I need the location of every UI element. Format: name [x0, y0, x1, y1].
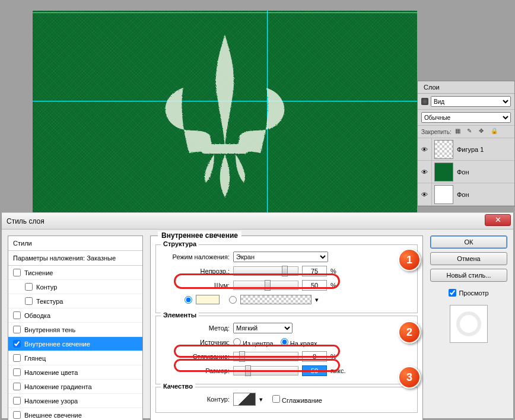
- lock-transparent-icon[interactable]: ▦: [455, 128, 463, 136]
- preview-thumbnail: [450, 305, 488, 343]
- opacity-slider[interactable]: [233, 266, 298, 276]
- dialog-buttons: ОК Отмена Новый стиль... Просмотр: [430, 236, 507, 420]
- layers-tab[interactable]: Слои: [418, 81, 514, 94]
- svg-point-1: [458, 313, 479, 335]
- source-center-radio[interactable]: [233, 338, 241, 346]
- close-button[interactable]: ✕: [485, 214, 511, 226]
- dialog-title: Стиль слоя: [7, 217, 44, 225]
- style-label: Внешнее свечение: [24, 412, 82, 419]
- style-label: Глянец: [24, 355, 46, 362]
- technique-select[interactable]: Мягкий: [233, 323, 293, 333]
- layer-thumbnail[interactable]: [434, 185, 453, 204]
- style-label: Тиснение: [24, 269, 53, 276]
- style-checkbox[interactable]: [13, 411, 21, 419]
- chevron-down-icon[interactable]: ▾: [259, 396, 263, 403]
- style-checkbox[interactable]: [13, 340, 21, 348]
- blend-mode-select[interactable]: Обычные: [421, 112, 511, 123]
- styles-header[interactable]: Стили: [8, 236, 142, 251]
- style-checkbox[interactable]: [25, 297, 33, 305]
- visibility-eye-icon[interactable]: 👁: [418, 183, 432, 205]
- opacity-input[interactable]: [302, 266, 327, 276]
- chevron-down-icon[interactable]: ▾: [315, 296, 319, 304]
- style-label: Наложение градиента: [24, 383, 92, 390]
- style-checkbox[interactable]: [13, 311, 21, 319]
- lock-row: Закрепить: ▦ ✎ ✥ 🔒: [418, 126, 514, 138]
- blend-mode-select[interactable]: Экран: [233, 252, 328, 262]
- new-style-button[interactable]: Новый стиль...: [430, 269, 507, 282]
- style-label: Обводка: [24, 312, 50, 319]
- style-label: Внутренняя тень: [24, 326, 75, 333]
- visibility-eye-icon[interactable]: 👁: [418, 161, 432, 183]
- filter-icon[interactable]: [421, 98, 428, 105]
- choke-slider[interactable]: [233, 352, 298, 361]
- style-row[interactable]: Тиснение: [8, 266, 142, 280]
- style-checkbox[interactable]: [13, 368, 21, 376]
- color-swatch[interactable]: [196, 295, 220, 304]
- preview-checkbox[interactable]: [449, 289, 456, 297]
- layer-name[interactable]: Фигура 1: [456, 146, 484, 153]
- svg-rect-0: [201, 144, 249, 154]
- style-row[interactable]: Наложение цвета: [8, 365, 142, 380]
- size-input[interactable]: [302, 365, 327, 376]
- style-label: Наложение узора: [24, 397, 78, 405]
- cancel-button[interactable]: Отмена: [430, 252, 507, 265]
- style-label: Наложение цвета: [24, 369, 78, 376]
- style-row[interactable]: Текстура: [8, 294, 142, 308]
- ok-button[interactable]: ОК: [430, 236, 507, 249]
- source-edge-radio[interactable]: [281, 338, 288, 346]
- style-row[interactable]: Наложение градиента: [8, 380, 142, 394]
- gradient-swatch[interactable]: [240, 295, 311, 304]
- choke-input[interactable]: [302, 351, 327, 362]
- style-row[interactable]: Внутренняя тень: [8, 323, 142, 337]
- style-row[interactable]: Глянец: [8, 351, 142, 365]
- style-label: Текстура: [36, 298, 63, 305]
- guide-horizontal[interactable]: [33, 12, 417, 13]
- quality-fieldset: Качество Контур: ▾ Сглаживание: [155, 387, 418, 413]
- style-checkbox[interactable]: [13, 326, 21, 333]
- layer-item[interactable]: 👁 Фон: [418, 161, 514, 183]
- style-row[interactable]: Наложение узора: [8, 394, 142, 408]
- layer-style-dialog: Стиль слоя ✕ Стили Параметры наложения: …: [1, 212, 514, 419]
- style-checkbox[interactable]: [13, 383, 21, 390]
- style-checkbox[interactable]: [25, 283, 33, 291]
- blending-options-row[interactable]: Параметры наложения: Заказные: [8, 251, 142, 266]
- fleur-de-lis-shape: [148, 28, 302, 201]
- style-checkbox[interactable]: [13, 269, 21, 276]
- style-checkbox[interactable]: [13, 354, 21, 362]
- style-checkbox[interactable]: [13, 397, 21, 405]
- effect-settings-panel: Внутреннее свечение Структура Режим нало…: [150, 236, 423, 420]
- noise-slider[interactable]: [233, 281, 298, 290]
- badge-2: 2: [398, 321, 421, 343]
- layer-kind-select[interactable]: Вид: [431, 96, 511, 107]
- canvas-background[interactable]: [33, 11, 417, 218]
- layer-thumbnail[interactable]: [434, 163, 453, 182]
- style-label: Внутреннее свечение: [24, 341, 90, 348]
- elements-fieldset: Элементы Метод: Мягкий Источник: Из цент…: [155, 316, 418, 384]
- styles-list: Стили Параметры наложения: Заказные Тисн…: [8, 236, 143, 420]
- badge-3: 3: [398, 366, 421, 389]
- layer-name[interactable]: Фон: [456, 191, 469, 198]
- panel-title: Внутреннее свечение: [158, 231, 241, 240]
- layer-thumbnail[interactable]: [434, 140, 453, 159]
- gradient-radio[interactable]: [229, 296, 237, 304]
- size-slider[interactable]: [233, 366, 298, 376]
- antialias-checkbox[interactable]: [272, 395, 280, 403]
- noise-input[interactable]: [302, 280, 327, 291]
- lock-all-icon[interactable]: 🔒: [491, 128, 499, 136]
- style-row[interactable]: Внешнее свечение: [8, 408, 142, 420]
- lock-move-icon[interactable]: ✥: [479, 128, 487, 136]
- style-row[interactable]: Внутреннее свечение: [8, 337, 142, 351]
- style-label: Контур: [36, 284, 57, 291]
- contour-picker[interactable]: [233, 393, 256, 406]
- dialog-title-bar[interactable]: Стиль слоя ✕: [2, 213, 513, 230]
- structure-fieldset: Структура Режим наложения: Экран Непрозр…: [155, 244, 418, 313]
- color-radio[interactable]: [185, 296, 192, 304]
- layer-item[interactable]: 👁 Фигура 1: [418, 138, 514, 161]
- lock-brush-icon[interactable]: ✎: [467, 128, 475, 136]
- layer-item[interactable]: 👁 Фон: [418, 183, 514, 206]
- badge-1: 1: [398, 249, 421, 271]
- style-row[interactable]: Контур: [8, 280, 142, 294]
- style-row[interactable]: Обводка: [8, 308, 142, 323]
- visibility-eye-icon[interactable]: 👁: [418, 138, 432, 160]
- layer-name[interactable]: Фон: [456, 168, 469, 176]
